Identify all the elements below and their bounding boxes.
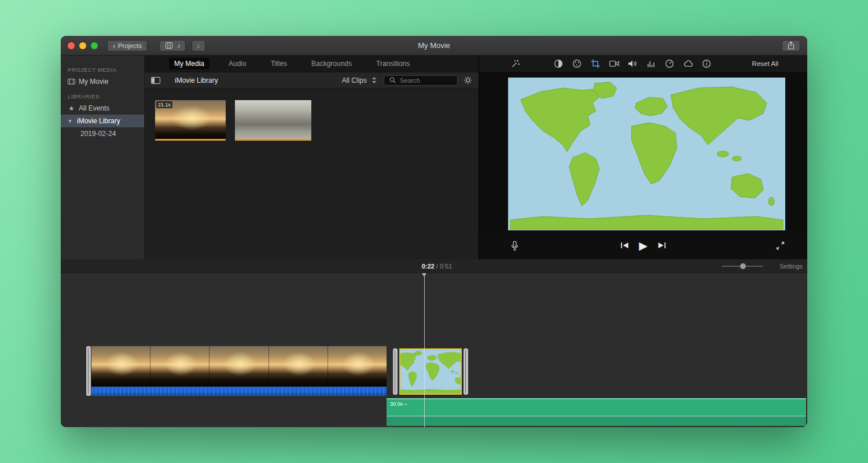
microphone-icon[interactable] [509,240,520,251]
viewer-panel: Reset All [479,56,807,259]
playhead-marker-icon [422,273,426,277]
viewer-controls: ▶ [479,232,807,259]
media-clip-waves[interactable] [235,100,311,141]
clip-audio-waveform [91,387,387,396]
filmstrip-icon [164,41,175,51]
transport-controls: ▶ [619,240,667,251]
libraries-section-label: LIBRARIES [61,88,144,102]
sidebar-item-all-events[interactable]: ★ All Events [61,102,144,115]
clip-frame [150,346,209,387]
back-chevron-icon: ‹ [113,42,116,50]
projects-back-button[interactable]: ‹ Projects [107,40,148,52]
trim-handle-map-right[interactable] [464,348,468,395]
sidebar-item-imovie-library[interactable]: ▼ iMovie Library [61,115,144,127]
search-icon [387,75,398,86]
sidebar-item-event-date[interactable]: 2019-02-24 [61,127,144,140]
share-button[interactable] [782,40,800,52]
search-input[interactable] [400,77,454,84]
browser-settings-gear-icon[interactable] [462,75,473,86]
share-icon [787,41,795,51]
browser-header: iMovie Library All Clips [145,72,479,89]
titlebar: ‹ Projects ♪ ↓ My Movie [61,36,807,56]
music-note-icon: ♪ [177,42,181,49]
tab-titles[interactable]: Titles [266,58,292,69]
star-icon: ★ [68,105,75,112]
disclosure-triangle-icon[interactable]: ▼ [68,119,73,124]
media-clip-sunset[interactable]: 21.1s [155,100,226,141]
speed-gauge-icon[interactable] [664,58,675,69]
sidebar-imovie-library-label: iMovie Library [77,117,120,125]
time-separator: / [436,263,438,270]
viewer-screen [479,72,807,232]
traffic-lights [68,42,98,49]
clip-frame [209,346,269,387]
close-button[interactable] [68,42,75,49]
filters-icon[interactable] [683,58,693,69]
import-media-button[interactable]: ♪ [159,40,186,52]
clip-frame [328,346,387,387]
crop-icon[interactable] [590,58,601,69]
audio-clip-duration-label: 30.0s – [390,401,407,407]
play-button[interactable]: ▶ [639,240,648,251]
timeline-map-clip-selected[interactable] [399,348,462,395]
skip-back-icon[interactable] [619,240,630,251]
timeline-time-display: 0:22 / 0:51 [393,259,480,273]
zoom-button[interactable] [91,42,98,49]
tab-audio[interactable]: Audio [223,58,252,69]
titlebar-media-buttons: ♪ ↓ [159,40,205,52]
clip-frame [91,346,150,387]
imovie-window: ‹ Projects ♪ ↓ My Movie [61,36,807,427]
media-tabstrip: My Media Audio Titles Backgrounds Transi… [145,56,479,72]
import-arrow-icon: ↓ [197,42,200,49]
info-icon[interactable] [701,58,712,69]
sort-chevrons-icon [369,75,379,86]
minimize-button[interactable] [79,42,86,49]
viewer-preview-map [508,78,785,230]
volume-icon[interactable] [627,58,638,69]
import-down-button[interactable]: ↓ [192,40,205,52]
timeline: 0:22 / 0:51 Settings [61,259,807,427]
tab-backgrounds[interactable]: Backgrounds [306,58,357,69]
color-correction-palette-icon[interactable] [572,58,582,69]
sidebar-item-my-movie[interactable]: My Movie [61,75,144,88]
clip-filter-value: All Clips [342,76,367,84]
media-browser: My Media Audio Titles Backgrounds Transi… [145,56,479,259]
trim-handle-left[interactable] [86,346,91,396]
tab-my-media[interactable]: My Media [169,58,209,69]
skip-forward-icon[interactable] [657,240,667,251]
total-time: 0:51 [440,263,452,270]
zoom-slider-thumb[interactable] [740,263,746,269]
project-filmstrip-icon [68,79,75,84]
timeline-header: 0:22 / 0:51 Settings [61,259,807,273]
fullscreen-icon[interactable] [775,240,785,251]
timeline-map-clip-thumbnail [400,350,461,394]
search-field[interactable] [384,75,458,86]
noise-reduction-eq-icon[interactable] [646,58,656,69]
sidebar-all-events-label: All Events [79,104,109,112]
timeline-body[interactable]: 30.0s – [61,273,807,427]
project-media-section-label: PROJECT MEDIA [61,61,144,75]
main-area: PROJECT MEDIA My Movie LIBRARIES ★ All E… [61,56,807,259]
playhead[interactable] [424,273,425,427]
color-balance-icon[interactable] [553,58,564,69]
timeline-zoom-slider[interactable] [722,266,763,267]
trim-handle-map-left[interactable] [393,348,398,395]
clip-frame [269,346,328,387]
timeline-video-clip-sunset[interactable] [91,346,387,396]
sidebar-event-date-label: 2019-02-24 [80,130,116,138]
auto-enhance-wand-icon[interactable] [510,58,521,69]
timeline-audio-clip[interactable]: 30.0s – [387,398,806,426]
sidebar-toggle-icon[interactable] [150,75,161,86]
browser-header-right: All Clips [342,75,473,86]
timeline-settings-button[interactable]: Settings [779,259,803,273]
clip-filmstrip [91,346,387,387]
clip-filter-dropdown[interactable]: All Clips [342,75,379,86]
tab-transitions[interactable]: Transitions [371,58,415,69]
browser-library-title: iMovie Library [175,76,218,84]
sidebar-my-movie-label: My Movie [79,78,108,86]
clip-duration-badge: 21.1s [156,101,172,108]
projects-button-label: Projects [118,42,142,49]
reset-all-button[interactable]: Reset All [752,60,778,67]
viewer-toolbar: Reset All [479,56,807,72]
stabilization-camera-icon[interactable] [609,58,619,69]
